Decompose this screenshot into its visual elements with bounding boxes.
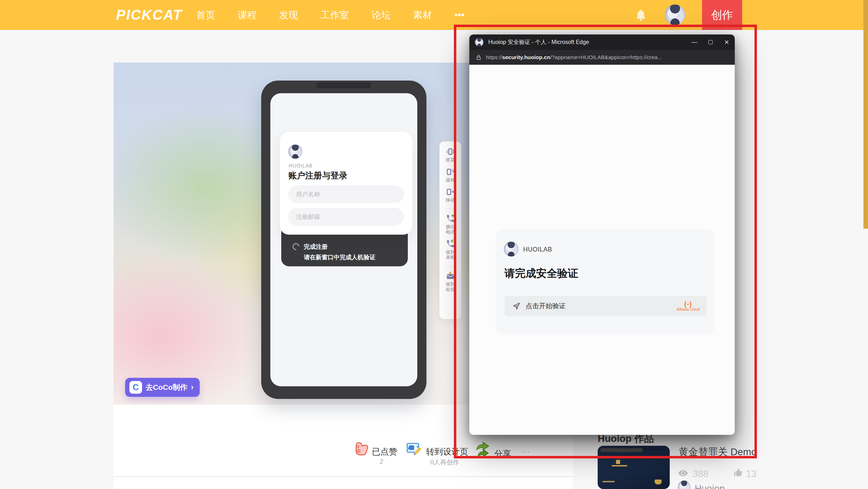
device-actions-toolbar: 摇晃 旋转 移动 拨出电话 收到来电 收到短信 (439, 141, 461, 319)
top-navbar: PICKCAT 首页 课程 发现 工作室 论坛 素材 ••• 创作 (0, 0, 868, 30)
section-divider (114, 476, 573, 477)
pickcat-logo[interactable]: PICKCAT (116, 7, 182, 23)
related-author-name[interactable]: Huoiop (695, 483, 725, 489)
edge-window-title: Huoiop 安全验证 - 个人 - Microsoft Edge (488, 39, 686, 46)
share-label[interactable]: 分享 (494, 448, 511, 459)
views-eye-icon (678, 468, 688, 478)
minimize-button[interactable]: — (686, 34, 702, 50)
username-input[interactable]: 用户名称 (288, 185, 404, 203)
url-text: https://security.huoiop.cn/?appname=HUOI… (486, 54, 662, 61)
tool-move[interactable]: 移动 (445, 187, 456, 203)
liked-label[interactable]: 已点赞 (372, 446, 397, 457)
tool-rotate[interactable]: 旋转 (445, 167, 456, 183)
share-icon[interactable] (475, 440, 491, 459)
more-actions-button[interactable]: ⋯ (522, 447, 530, 457)
tool-receive-sms[interactable]: 收到短信 (445, 271, 456, 292)
go-coco-create-button[interactable]: C 去CoCo制作 › (125, 378, 200, 397)
thumb-character (616, 460, 620, 464)
loading-spinner-icon (291, 242, 301, 252)
edge-titlebar[interactable]: Huoiop 安全验证 - 个人 - Microsoft Edge — ✕ (469, 34, 735, 50)
send-plane-icon (512, 302, 521, 310)
thumb-lamp (655, 480, 662, 484)
toolbar-divider (445, 209, 456, 209)
phone-notch (316, 82, 371, 88)
nav-home[interactable]: 首页 (196, 9, 215, 21)
remix-count: 0人再创作 (430, 458, 459, 466)
page: PICKCAT 首页 课程 发现 工作室 论坛 素材 ••• 创作 完成注册 请… (0, 0, 868, 489)
go-design-page-label[interactable]: 转到设计页 (426, 446, 468, 457)
sms-received-icon (446, 271, 455, 280)
call-out-icon (446, 214, 455, 223)
maximize-button[interactable] (702, 34, 719, 50)
huoilab-brand-label: HUOILAB (289, 163, 313, 169)
edge-popup-window: Huoiop 安全验证 - 个人 - Microsoft Edge — ✕ ht… (469, 34, 735, 435)
related-author-avatar[interactable] (678, 481, 690, 489)
page-scrollbar[interactable] (863, 0, 868, 229)
thumb-platform (612, 465, 627, 466)
thumb-banner (600, 448, 643, 452)
url-domain: security.huoiop.cn (502, 54, 551, 60)
email-input[interactable]: 注册邮箱 (288, 208, 404, 226)
tool-incoming-call[interactable]: 收到来电 (445, 239, 456, 260)
huoilab-avatar (504, 242, 519, 256)
nav-materials[interactable]: 素材 (413, 9, 432, 21)
toast-description: 请在新窗口中完成人机验证 (304, 253, 375, 261)
edge-page-content: HUOILAB 请完成安全验证 点击开始验证 (-) Alibaba Cloud (469, 65, 735, 435)
verify-heading: 请完成安全验证 (504, 266, 578, 281)
register-card-title: 账户注册与登录 (288, 170, 347, 181)
nav-forum[interactable]: 论坛 (372, 9, 391, 21)
likes-thumb-icon (733, 468, 743, 478)
toolbar-divider (445, 266, 456, 266)
edge-urlbar[interactable]: https://security.huoiop.cn/?appname=HUOI… (469, 50, 735, 65)
views-count: 388 (693, 469, 708, 480)
nav-more[interactable]: ••• (455, 9, 464, 20)
nav-courses[interactable]: 课程 (238, 9, 257, 21)
huoilab-avatar (288, 145, 302, 159)
likes-count: 13 (746, 469, 757, 480)
nav-discover[interactable]: 发现 (279, 9, 298, 21)
call-in-icon (446, 239, 455, 248)
tool-dial-out[interactable]: 拨出电话 (445, 214, 456, 235)
nav-studio[interactable]: 工作室 (321, 9, 349, 21)
security-verify-card: HUOILAB 请完成安全验证 点击开始验证 (-) Alibaba Cloud (496, 229, 714, 335)
alibaba-cloud-label: Alibaba Cloud (677, 307, 700, 312)
huoilab-brand-label: HUOILAB (523, 246, 552, 253)
go-coco-create-label: 去CoCo制作 (146, 382, 187, 392)
coco-logo-icon: C (129, 381, 142, 394)
related-work-thumbnail[interactable] (598, 446, 670, 489)
related-work-title[interactable]: 黄金替罪关 Demo (679, 445, 757, 459)
toast-title: 完成注册 (304, 243, 328, 251)
close-button[interactable]: ✕ (719, 34, 735, 50)
edge-favicon (475, 38, 483, 46)
tool-shake[interactable]: 摇晃 (445, 147, 456, 163)
phone-move-icon (446, 187, 455, 196)
chevron-right-icon: › (191, 383, 193, 392)
verify-button-label: 点击开始验证 (526, 301, 566, 311)
register-card: HUOILAB 账户注册与登录 用户名称 注册邮箱 (280, 132, 412, 235)
url-scheme: https:// (486, 54, 502, 60)
like-count: 2 (380, 458, 383, 465)
phone-rotate-icon (446, 167, 455, 176)
maximize-icon (708, 40, 713, 44)
main-nav: 首页 课程 发现 工作室 论坛 素材 ••• (196, 0, 464, 30)
alibaba-cloud-logo-icon: (-) (677, 300, 700, 307)
start-verification-button[interactable]: 点击开始验证 (-) Alibaba Cloud (504, 296, 707, 316)
like-paw-icon[interactable] (352, 441, 368, 458)
lock-icon (476, 55, 482, 61)
thumb-shelf (603, 481, 615, 482)
phone-shake-icon (446, 147, 455, 156)
user-avatar[interactable] (665, 5, 685, 25)
notification-bell-icon[interactable] (634, 8, 648, 22)
url-path: /?appname=HUOILAB&appicon=https://crea..… (550, 54, 662, 60)
create-button[interactable]: 创作 (702, 0, 742, 30)
alibaba-cloud-badge: (-) Alibaba Cloud (677, 300, 700, 312)
design-page-icon[interactable] (404, 440, 423, 459)
